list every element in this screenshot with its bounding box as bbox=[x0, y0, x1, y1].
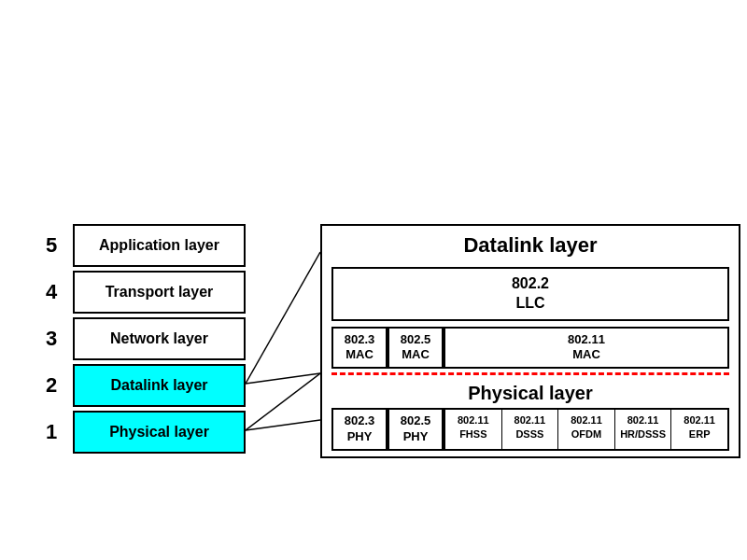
layer-box-network: Network layer bbox=[73, 317, 246, 360]
mac803-box: 802.3MAC bbox=[331, 327, 388, 370]
layer-row-3: 3 Network layer bbox=[37, 317, 246, 360]
layer-num-1: 1 bbox=[37, 420, 65, 444]
phy811-group: 802.11FHSS 802.11DSSS 802.11OFDM 802.11H… bbox=[444, 408, 729, 451]
llc-box: 802.2LLC bbox=[331, 267, 729, 321]
phy811-fhss: 802.11FHSS bbox=[445, 410, 502, 449]
phy811-dsss: 802.11DSSS bbox=[502, 410, 559, 449]
phy811-ofdm: 802.11OFDM bbox=[558, 410, 615, 449]
layer-num-2: 2 bbox=[37, 373, 65, 398]
mac-row: 802.3MAC 802.5MAC 802.11MAC bbox=[331, 327, 729, 370]
diagram-container: 5 Application layer 4 Transport layer 3 … bbox=[37, 224, 740, 458]
phy811-hrdsss: 802.11HR/DSSS bbox=[615, 410, 672, 449]
detail-panel: Datalink layer 802.2LLC 802.3MAC 802.5MA… bbox=[320, 224, 740, 458]
phy811-erp: 802.11ERP bbox=[671, 410, 727, 449]
physical-layer-title: Physical layer bbox=[322, 379, 739, 408]
layer-box-application: Application layer bbox=[73, 224, 246, 267]
mac805-box: 802.5MAC bbox=[388, 327, 444, 370]
layer-box-datalink: Datalink layer bbox=[73, 364, 246, 407]
phy805-box: 802.5PHY bbox=[388, 408, 444, 451]
layer-row-5: 5 Application layer bbox=[37, 224, 246, 267]
phy-row: 802.3PHY 802.5PHY 802.11FHSS 802.11DSSS … bbox=[331, 408, 729, 451]
osi-stack: 5 Application layer 4 Transport layer 3 … bbox=[37, 224, 246, 457]
layer-row-4: 4 Transport layer bbox=[37, 271, 246, 314]
phy803-box: 802.3PHY bbox=[331, 408, 388, 451]
mac811-box: 802.11MAC bbox=[444, 327, 729, 370]
layer-box-physical: Physical layer bbox=[73, 411, 246, 454]
layer-num-5: 5 bbox=[37, 233, 65, 258]
layer-row-2: 2 Datalink layer bbox=[37, 364, 246, 407]
llc-label: 802.2LLC bbox=[512, 275, 549, 311]
layer-box-transport: Transport layer bbox=[73, 271, 246, 314]
connector-lines bbox=[246, 224, 320, 457]
layer-num-4: 4 bbox=[37, 280, 65, 304]
separator-line bbox=[331, 372, 729, 375]
layer-row-1: 1 Physical layer bbox=[37, 411, 246, 454]
detail-title: Datalink layer bbox=[322, 226, 739, 261]
svg-line-0 bbox=[246, 252, 320, 384]
layer-num-3: 3 bbox=[37, 327, 65, 351]
